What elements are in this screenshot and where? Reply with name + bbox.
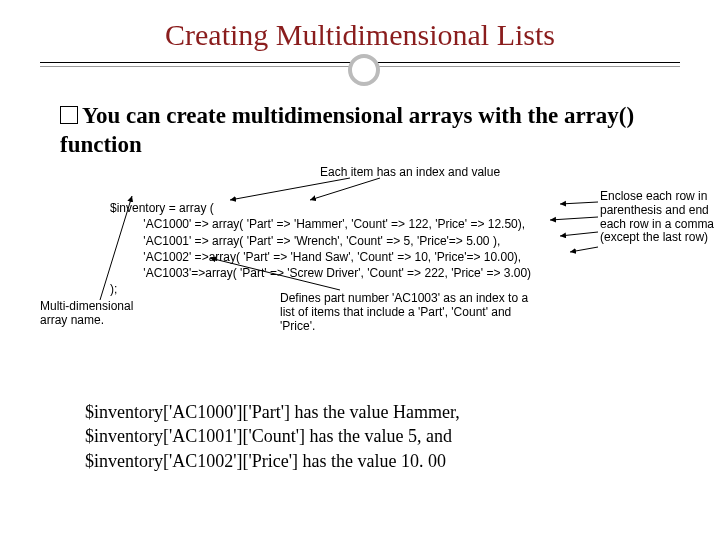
arrow-top-to-index — [230, 178, 350, 200]
example-line-2: $inventory['AC1001']['Count'] has the va… — [85, 424, 660, 448]
arrow-bottom-to-ac1003 — [210, 258, 340, 290]
arrow-right-row4 — [570, 247, 598, 252]
bullet-text: You can create multidimensional arrays w… — [60, 102, 680, 160]
bullet-square-icon — [60, 106, 78, 124]
slide-title: Creating Multidimensional Lists — [0, 18, 720, 52]
arrow-right-row2 — [550, 217, 598, 220]
arrow-top-to-value — [310, 178, 380, 200]
arrows-svg — [40, 172, 720, 342]
bullet-content: You can create multidimensional arrays w… — [60, 103, 634, 157]
arrow-left-to-name — [100, 196, 132, 300]
example-line-3: $inventory['AC1002']['Price'] has the va… — [85, 449, 660, 473]
example-line-1: $inventory['AC1000']['Part'] has the val… — [85, 400, 660, 424]
arrow-right-row3 — [560, 232, 598, 236]
title-rule-circle — [348, 54, 380, 86]
arrow-right-row1 — [560, 202, 598, 204]
example-block: $inventory['AC1000']['Part'] has the val… — [85, 400, 660, 473]
slide: Creating Multidimensional Lists You can … — [0, 0, 720, 540]
